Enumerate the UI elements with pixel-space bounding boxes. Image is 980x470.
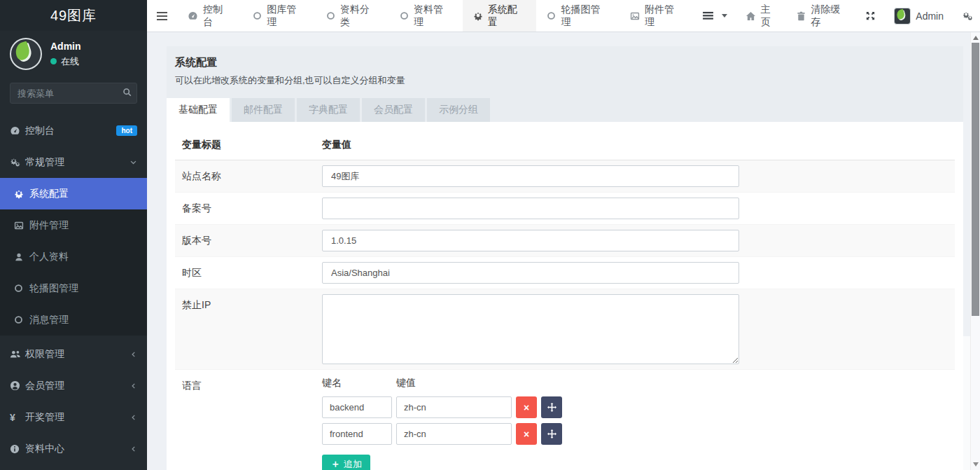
topnav: 控制台 图库管理 资料分类 资料管理 系统配置 轮播图管理 附件管理 <box>147 0 980 32</box>
hamburger-icon <box>157 10 167 22</box>
sidebar-item-label: 系统配置 <box>29 188 69 200</box>
tab-mail-config[interactable]: 邮件配置 <box>232 98 295 122</box>
sidebar-item-system-config[interactable]: 系统配置 <box>0 178 147 209</box>
language-kv-editor: 键名 键值 × × <box>322 375 948 470</box>
delete-row-button[interactable]: × <box>516 423 537 445</box>
field-label: 版本号 <box>182 230 322 251</box>
chevron-left-icon <box>130 445 137 452</box>
sidebar-item-carousel[interactable]: 轮播图管理 <box>0 272 147 304</box>
topnav-tab-data-category[interactable]: 资料分类 <box>316 0 389 32</box>
tab-example-group[interactable]: 示例分组 <box>427 98 490 122</box>
app-logo[interactable]: 49图库 <box>0 0 147 31</box>
table-header: 变量标题 变量值 <box>175 130 955 160</box>
beian-field[interactable] <box>322 198 739 219</box>
trash-icon <box>797 11 806 21</box>
tab-dictionary-config[interactable]: 字典配置 <box>297 98 360 122</box>
avatar <box>10 38 42 70</box>
chevron-left-icon <box>130 414 137 421</box>
search-icon[interactable] <box>122 88 132 97</box>
tab-list-button[interactable] <box>694 11 736 20</box>
vertical-scrollbar[interactable] <box>970 32 980 470</box>
submenu-general-management: 系统配置 附件管理 个人资料 轮播图管理 消息管理 <box>0 178 147 336</box>
topnav-tab-system-config[interactable]: 系统配置 <box>463 0 537 32</box>
gears-icon <box>962 11 973 21</box>
sidebar-item-label: 常规管理 <box>25 156 64 169</box>
forbidden-ip-field[interactable] <box>322 294 739 364</box>
append-button[interactable]: ＋ 追加 <box>322 455 370 470</box>
leaf-logo-icon <box>13 41 31 61</box>
tab-member-config[interactable]: 会员配置 <box>362 98 425 122</box>
table-row: 备案号 <box>175 193 955 225</box>
panel-body: 变量标题 变量值 站点名称 备案号 版本号 时区 禁止IP <box>167 122 963 470</box>
table-row: 语言 键名 键值 × <box>175 370 955 470</box>
topnav-tab-carousel[interactable]: 轮播图管理 <box>536 0 620 32</box>
scrollbar-thumb[interactable] <box>972 43 979 316</box>
topnav-tab-gallery[interactable]: 图库管理 <box>242 0 316 32</box>
avatar <box>894 8 911 25</box>
scroll-down-arrow-icon[interactable] <box>971 459 980 469</box>
field-label: 备案号 <box>182 198 322 219</box>
home-button[interactable]: 主页 <box>736 4 788 29</box>
sidebar-item-label: 会员管理 <box>25 380 64 392</box>
table-row: 时区 <box>175 257 955 289</box>
chevron-left-icon <box>130 351 137 358</box>
menu-search <box>10 83 137 104</box>
kv-row: × <box>322 423 948 445</box>
topnav-tab-dashboard[interactable]: 控制台 <box>177 0 242 32</box>
drag-row-button[interactable] <box>541 423 562 445</box>
sidebar-item-lottery[interactable]: ¥ 开奖管理 <box>0 401 147 433</box>
sidebar-item-data-center[interactable]: 资料中心 <box>0 433 147 464</box>
dashboard-icon <box>188 11 198 21</box>
sidebar-toggle-button[interactable] <box>147 0 177 32</box>
lang-key-field[interactable] <box>322 396 392 418</box>
topnav-tab-data-management[interactable]: 资料管理 <box>389 0 463 32</box>
topnav-tab-label: 控制台 <box>203 4 232 29</box>
topnav-tab-attachments[interactable]: 附件管理 <box>620 0 694 32</box>
settings-button[interactable] <box>953 11 980 21</box>
sidebar-item-dashboard[interactable]: 控制台 hot <box>0 115 147 146</box>
leaf-logo-icon <box>896 8 906 20</box>
version-field[interactable] <box>322 230 739 251</box>
sidebar-item-members[interactable]: 会员管理 <box>0 370 147 401</box>
home-label: 主页 <box>761 4 778 29</box>
field-label: 禁止IP <box>182 294 322 364</box>
lang-value-field[interactable] <box>396 396 512 418</box>
site-name-field[interactable] <box>322 165 739 187</box>
sidebar-item-general-management[interactable]: 常规管理 <box>0 146 147 178</box>
sidebar-item-profile[interactable]: 个人资料 <box>0 241 147 272</box>
search-input[interactable] <box>10 83 137 104</box>
lang-value-field[interactable] <box>396 423 512 445</box>
topnav-tab-label: 资料管理 <box>414 4 452 29</box>
plus-icon: ＋ <box>330 458 340 470</box>
move-icon <box>547 429 556 438</box>
scroll-up-arrow-icon[interactable] <box>971 33 980 43</box>
field-label: 站点名称 <box>182 165 322 187</box>
home-icon <box>746 11 756 21</box>
sidebar-item-permissions[interactable]: 权限管理 <box>0 338 147 370</box>
topnav-tab-label: 图库管理 <box>267 4 305 29</box>
user-menu[interactable]: Admin <box>885 8 953 25</box>
gear-icon <box>473 11 483 21</box>
sidebar-item-label: 个人资料 <box>29 251 69 263</box>
tab-basic-config[interactable]: 基础配置 <box>167 98 230 122</box>
delete-row-button[interactable]: × <box>516 396 537 418</box>
timezone-field[interactable] <box>322 262 739 284</box>
users-icon <box>10 349 25 359</box>
yen-icon: ¥ <box>10 412 25 423</box>
circle-icon <box>326 11 335 20</box>
topnav-tab-label: 资料分类 <box>340 4 379 29</box>
user-status: 在线 <box>50 55 81 68</box>
circle-icon <box>400 11 409 20</box>
drag-row-button[interactable] <box>541 396 562 418</box>
chevron-down-icon <box>130 158 137 166</box>
clear-cache-button[interactable]: 清除缓存 <box>788 4 856 29</box>
circle-icon <box>547 11 556 20</box>
sidebar-item-attachments[interactable]: 附件管理 <box>0 209 147 241</box>
sidebar-item-label: 资料中心 <box>25 443 64 455</box>
table-row: 站点名称 <box>175 160 955 193</box>
sidebar-item-messages[interactable]: 消息管理 <box>0 304 147 336</box>
sidebar-item-label: 控制台 <box>25 125 55 137</box>
lang-key-field[interactable] <box>322 423 392 445</box>
fullscreen-button[interactable] <box>856 11 885 21</box>
list-icon <box>703 11 713 20</box>
